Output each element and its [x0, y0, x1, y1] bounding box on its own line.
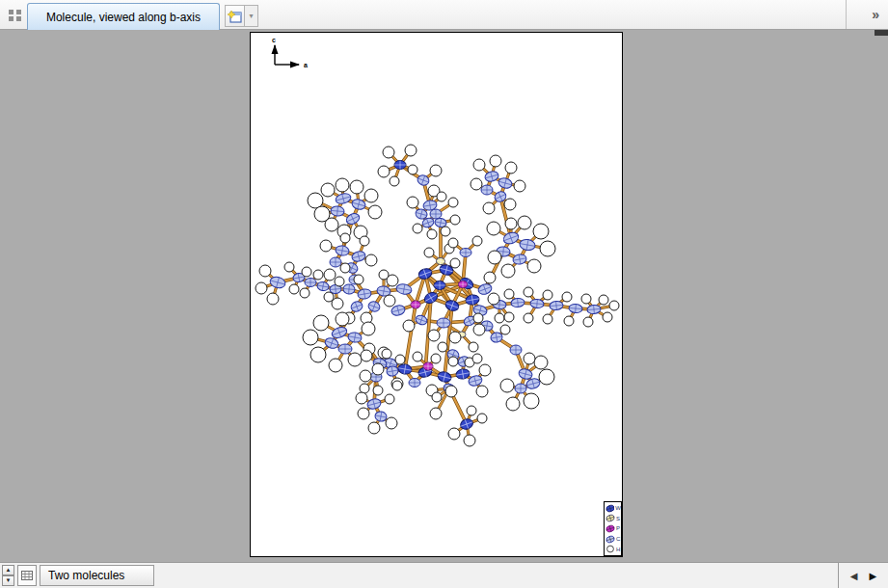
chevron-right-double-icon: »	[872, 7, 879, 22]
view-spinner: ▲ ▼	[2, 565, 14, 586]
legend-label: W	[615, 505, 621, 511]
legend-s-atom-icon	[605, 514, 615, 522]
view-list-button[interactable]	[17, 565, 37, 586]
legend-p-atom-icon	[605, 524, 615, 533]
axis-a-label: a	[304, 62, 308, 68]
legend-c-atom-icon	[605, 535, 615, 544]
view-nav: ◀ ▶	[838, 563, 888, 588]
triangle-up-icon: ▲	[6, 567, 12, 573]
next-view-button[interactable]: ▶	[870, 571, 877, 581]
tab-strip: Molecule, viewed along b-axis ▾ »	[0, 0, 888, 30]
legend-row: W	[605, 503, 621, 513]
spinner-up-button[interactable]: ▲	[2, 565, 14, 575]
view-name-label: Two molecules	[48, 569, 124, 582]
molecule-drawing	[251, 33, 622, 556]
triangle-down-icon: ▼	[6, 577, 12, 583]
legend-label: S	[616, 516, 620, 521]
viewport: c a WSPCH	[0, 30, 888, 562]
new-view-split-button: ▾	[225, 5, 258, 27]
tab-overflow-button[interactable]: »	[846, 0, 888, 29]
table-grid-icon	[21, 571, 33, 580]
diagram-page[interactable]: c a WSPCH	[250, 32, 623, 557]
prev-view-button[interactable]: ◀	[850, 571, 858, 581]
legend-row: P	[605, 523, 621, 533]
dock-corner	[875, 30, 888, 36]
legend: WSPCH	[604, 501, 622, 556]
legend-h-atom-icon	[605, 545, 615, 553]
new-view-dropdown-button[interactable]: ▾	[245, 5, 258, 27]
legend-row: S	[605, 514, 621, 523]
legend-row: C	[605, 534, 621, 544]
new-window-icon	[228, 10, 242, 23]
axis-indicator: c a	[260, 36, 313, 76]
status-bar: ▲ ▼ Two molecules ◀ ▶	[0, 562, 888, 588]
tab-list-grid-icon	[9, 10, 21, 21]
legend-label: P	[616, 525, 620, 531]
new-view-button[interactable]	[225, 5, 245, 27]
tab-molecule-view[interactable]: Molecule, viewed along b-axis	[27, 3, 220, 30]
view-name-tab[interactable]: Two molecules	[40, 565, 154, 586]
legend-label: H	[616, 547, 620, 552]
legend-row: H	[605, 545, 621, 554]
tab-label: Molecule, viewed along b-axis	[46, 11, 201, 24]
axis-c-label: c	[272, 37, 276, 43]
legend-w-atom-icon	[605, 504, 614, 513]
legend-label: C	[616, 536, 620, 542]
dropdown-arrow-icon: ▾	[249, 12, 253, 20]
spinner-down-button[interactable]: ▼	[2, 575, 14, 586]
tab-list-button[interactable]	[6, 8, 23, 23]
